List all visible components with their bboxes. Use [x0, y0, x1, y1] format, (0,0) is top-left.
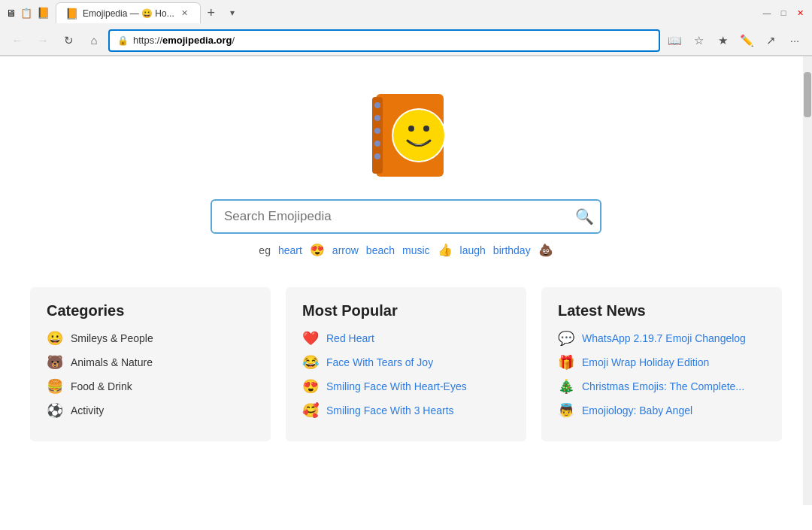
- suggest-thumbsup-emoji: 👍: [438, 243, 453, 257]
- url-text: https://emojipedia.org/: [133, 35, 235, 46]
- scrollbar[interactable]: [803, 56, 812, 505]
- popular-tears-of-joy[interactable]: 😂 Face With Tears of Joy: [302, 354, 510, 371]
- popular-3-hearts[interactable]: 🥰 Smiling Face With 3 Hearts: [302, 402, 510, 419]
- nav-right-buttons: 📖 ☆ ★ ✏️ ↗ ···: [663, 29, 806, 52]
- tab-title: Emojipedia — 😀 Ho...: [83, 8, 174, 19]
- suggest-beach[interactable]: beach: [366, 244, 395, 256]
- address-bar[interactable]: 🔒 https://emojipedia.org/: [108, 29, 660, 52]
- category-activity[interactable]: ⚽ Activity: [47, 402, 254, 419]
- animals-icon: 🐻: [47, 354, 63, 371]
- svg-point-9: [408, 126, 414, 132]
- smileys-icon: 😀: [47, 330, 63, 347]
- suggest-laugh[interactable]: laugh: [460, 244, 486, 256]
- most-popular-heading: Most Popular: [302, 302, 510, 320]
- whatsapp-label: WhatsApp 2.19.7 Emoji Changelog: [582, 332, 746, 345]
- minimize-button[interactable]: —: [761, 7, 773, 19]
- search-button[interactable]: 🔍: [575, 207, 594, 226]
- suggest-birthday[interactable]: birthday: [493, 244, 531, 256]
- news-christmas[interactable]: 🎄 Christmas Emojis: The Complete...: [558, 378, 765, 395]
- category-smileys[interactable]: 😀 Smileys & People: [47, 330, 254, 347]
- notes-button[interactable]: ✏️: [735, 29, 758, 52]
- food-label: Food & Drink: [71, 380, 132, 393]
- news-whatsapp[interactable]: 💬 WhatsApp 2.19.7 Emoji Changelog: [558, 330, 765, 347]
- maximize-button[interactable]: □: [777, 7, 789, 19]
- scrollbar-thumb[interactable]: [804, 72, 811, 117]
- new-tab-button[interactable]: +: [201, 2, 222, 23]
- forward-button[interactable]: →: [32, 29, 54, 52]
- latest-news-card: Latest News 💬 WhatsApp 2.19.7 Emoji Chan…: [541, 287, 782, 441]
- svg-point-6: [374, 153, 380, 159]
- back-button[interactable]: ←: [6, 29, 29, 52]
- food-icon: 🍔: [47, 378, 63, 395]
- browser-chrome: 🖥 📋 📙 📙 Emojipedia — 😀 Ho... ✕ + ▾ — □ ✕…: [0, 0, 812, 56]
- popular-heart-eyes[interactable]: 😍 Smiling Face With Heart-Eyes: [302, 378, 510, 395]
- site-logo: [353, 79, 459, 184]
- heart-eyes-icon: 😍: [302, 378, 319, 395]
- suggest-heart[interactable]: heart: [278, 244, 302, 256]
- news-baby-angel[interactable]: 👼 Emojiology: Baby Angel: [558, 402, 765, 419]
- category-food[interactable]: 🍔 Food & Drink: [47, 378, 254, 395]
- tab-close-button[interactable]: ✕: [179, 8, 191, 20]
- bookmark-button[interactable]: ☆: [687, 29, 710, 52]
- lock-icon: 🔒: [117, 35, 129, 46]
- baby-angel-icon: 👼: [558, 402, 574, 419]
- red-heart-label: Red Heart: [326, 332, 374, 345]
- christmas-icon: 🎄: [558, 378, 574, 395]
- page-content: 🔍 eg heart 😍 arrow beach music 👍 laugh b…: [0, 56, 812, 505]
- svg-point-8: [393, 110, 444, 161]
- refresh-button[interactable]: ↻: [57, 29, 80, 52]
- category-animals[interactable]: 🐻 Animals & Nature: [47, 354, 254, 371]
- search-icon: 🔍: [575, 208, 594, 225]
- suggest-arrow[interactable]: arrow: [332, 244, 359, 256]
- heart-eyes-label: Smiling Face With Heart-Eyes: [326, 380, 467, 393]
- nav-bar: ← → ↻ ⌂ 🔒 https://emojipedia.org/ 📖 ☆ ★ …: [0, 26, 812, 56]
- three-hearts-label: Smiling Face With 3 Hearts: [326, 404, 454, 417]
- title-bar: 🖥 📋 📙 📙 Emojipedia — 😀 Ho... ✕ + ▾ — □ ✕: [0, 0, 812, 26]
- window-controls-right: — □ ✕: [761, 7, 806, 19]
- search-suggestions: eg heart 😍 arrow beach music 👍 laugh bir…: [259, 243, 553, 257]
- red-heart-icon: ❤️: [302, 330, 319, 347]
- svg-rect-1: [372, 97, 383, 174]
- suggest-heart-emoji: 😍: [310, 243, 325, 257]
- share-button[interactable]: ↗: [759, 29, 782, 52]
- animals-label: Animals & Nature: [71, 356, 153, 369]
- three-hearts-icon: 🥰: [302, 402, 319, 419]
- tab-favicon: 📙: [65, 8, 78, 20]
- home-button[interactable]: ⌂: [83, 29, 105, 52]
- news-emoji-wrap[interactable]: 🎁 Emoji Wrap Holiday Edition: [558, 354, 765, 371]
- svg-point-2: [374, 102, 380, 108]
- tab-dropdown-button[interactable]: ▾: [222, 2, 243, 23]
- svg-point-10: [423, 126, 429, 132]
- suggest-music[interactable]: music: [402, 244, 430, 256]
- whatsapp-icon: 💬: [558, 330, 574, 347]
- reading-view-button[interactable]: 📖: [663, 29, 686, 52]
- svg-point-5: [374, 141, 380, 147]
- popular-red-heart[interactable]: ❤️ Red Heart: [302, 330, 510, 347]
- tears-of-joy-label: Face With Tears of Joy: [326, 356, 433, 369]
- baby-angel-label: Emojiology: Baby Angel: [582, 404, 692, 417]
- svg-point-3: [374, 115, 380, 121]
- latest-news-heading: Latest News: [558, 302, 765, 320]
- categories-card: Categories 😀 Smileys & People 🐻 Animals …: [30, 287, 271, 441]
- activity-icon: ⚽: [47, 402, 63, 419]
- svg-point-4: [374, 128, 380, 134]
- search-input[interactable]: [211, 199, 601, 234]
- categories-heading: Categories: [47, 302, 254, 320]
- tears-of-joy-icon: 😂: [302, 354, 319, 371]
- more-button[interactable]: ···: [783, 29, 806, 52]
- emoji-wrap-icon: 🎁: [558, 354, 574, 371]
- cards-row: Categories 😀 Smileys & People 🐻 Animals …: [0, 272, 812, 456]
- activity-label: Activity: [71, 404, 104, 417]
- search-container: 🔍: [211, 199, 601, 234]
- active-tab[interactable]: 📙 Emojipedia — 😀 Ho... ✕: [56, 2, 201, 23]
- suggestions-prefix: eg: [259, 244, 271, 256]
- emoji-wrap-label: Emoji Wrap Holiday Edition: [582, 356, 709, 369]
- favorites-button[interactable]: ★: [711, 29, 734, 52]
- most-popular-card: Most Popular ❤️ Red Heart 😂 Face With Te…: [286, 287, 526, 441]
- hero-section: 🔍 eg heart 😍 arrow beach music 👍 laugh b…: [0, 56, 812, 272]
- suggest-poop-emoji: 💩: [538, 243, 553, 257]
- smileys-label: Smileys & People: [71, 332, 153, 345]
- christmas-label: Christmas Emojis: The Complete...: [582, 380, 744, 393]
- close-button[interactable]: ✕: [794, 7, 806, 19]
- window-controls-left: 🖥 📋 📙: [6, 7, 50, 19]
